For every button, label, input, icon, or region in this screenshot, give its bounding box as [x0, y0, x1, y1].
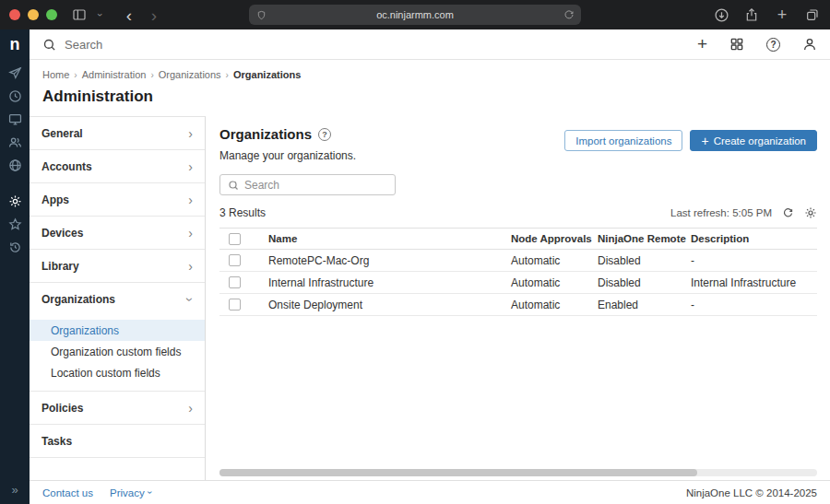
cell-remote: Disabled — [598, 254, 691, 267]
apps-grid-icon[interactable] — [729, 37, 744, 52]
create-organization-label: Create organization — [714, 135, 806, 147]
nav-item-policies[interactable]: Policies › — [30, 392, 205, 425]
new-tab-plus-icon[interactable]: + — [774, 6, 790, 23]
nav-item-label: Devices — [42, 227, 83, 240]
row-checkbox[interactable] — [229, 254, 241, 266]
nav-item-general[interactable]: General › — [30, 117, 205, 150]
table-settings-gear-icon[interactable] — [804, 206, 817, 219]
chevron-right-icon: › — [188, 193, 193, 207]
subnav-item-organizations[interactable]: Organizations — [30, 320, 205, 341]
global-search[interactable]: Search — [42, 38, 102, 52]
contact-us-link[interactable]: Contact us — [42, 487, 93, 498]
scrollbar-thumb[interactable] — [219, 469, 697, 476]
app-icon-rail: n » — [0, 29, 30, 504]
sidebar-toggle-icon[interactable] — [71, 6, 88, 23]
nav-item-devices[interactable]: Devices › — [30, 217, 205, 250]
subnav-item-location-custom-fields[interactable]: Location custom fields — [30, 362, 205, 383]
tab-group-chevron-icon[interactable]: › — [92, 10, 109, 19]
remote-globe-icon[interactable] — [5, 158, 25, 173]
table-row[interactable]: Internal Infrastructure Automatic Disabl… — [219, 272, 817, 294]
column-header-description[interactable]: Description — [691, 233, 817, 244]
header-actions: + ? — [697, 34, 817, 54]
nav-item-label: Tasks — [42, 435, 72, 448]
column-header-ninjaone-remote[interactable]: NinjaOne Remote — [598, 233, 691, 244]
nav-item-tasks[interactable]: Tasks — [30, 425, 205, 458]
column-header-name[interactable]: Name — [268, 233, 511, 244]
ninjaone-logo[interactable]: n — [0, 29, 30, 60]
breadcrumb: Home › Administration › Organizations › … — [42, 69, 817, 80]
main-subtitle: Manage your organizations. — [219, 149, 356, 162]
devices-monitor-icon[interactable] — [5, 111, 25, 127]
cell-name[interactable]: Internal Infrastructure — [268, 276, 511, 289]
expand-rail-icon[interactable]: » — [11, 483, 18, 497]
window-controls — [9, 9, 57, 20]
cell-name[interactable]: Onsite Deployment — [268, 299, 511, 311]
nav-item-label: Policies — [42, 402, 83, 415]
refresh-icon[interactable] — [782, 207, 794, 219]
chevron-right-icon: › — [188, 259, 193, 274]
administration-gear-icon[interactable] — [5, 193, 25, 209]
reload-icon[interactable] — [563, 9, 575, 20]
subnav-item-organization-custom-fields[interactable]: Organization custom fields — [30, 341, 205, 362]
table-search-input[interactable] — [244, 179, 387, 192]
main-title: Organizations — [219, 126, 312, 142]
chevron-right-icon: › — [188, 401, 193, 416]
privacy-link[interactable]: Privacy › — [110, 487, 151, 498]
nav-item-label: Organizations — [42, 293, 115, 306]
row-checkbox[interactable] — [229, 276, 241, 288]
breadcrumb-organizations[interactable]: Organizations — [159, 69, 221, 80]
results-row: 3 Results Last refresh: 5:05 PM — [219, 206, 817, 219]
table-header-row: Name Node Approvals NinjaOne Remote Desc… — [219, 228, 817, 250]
organizations-submenu: Organizations Organization custom fields… — [30, 316, 205, 392]
nav-item-apps[interactable]: Apps › — [30, 183, 205, 217]
nav-item-library[interactable]: Library › — [30, 250, 205, 283]
horizontal-scrollbar[interactable] — [219, 469, 817, 476]
breadcrumb-administration[interactable]: Administration — [82, 69, 147, 80]
quick-add-icon[interactable]: + — [697, 34, 707, 54]
main-content: Organizations ? Manage your organization… — [207, 116, 830, 480]
table-row[interactable]: Onsite Deployment Automatic Enabled - — [219, 294, 817, 316]
address-bar[interactable]: oc.ninjarmm.com — [249, 5, 581, 25]
import-organizations-button[interactable]: Import organizations — [564, 130, 682, 151]
plus-icon: + — [701, 135, 708, 147]
close-window-button[interactable] — [9, 9, 20, 20]
recent-history-icon[interactable] — [5, 240, 25, 255]
nav-item-accounts[interactable]: Accounts › — [30, 150, 205, 183]
url-text: oc.ninjarmm.com — [376, 9, 454, 20]
browser-titlebar: › ‹ › oc.ninjarmm.com + — [0, 0, 830, 29]
getting-started-icon[interactable] — [5, 65, 25, 81]
cell-name[interactable]: RemotePC-Mac-Org — [268, 254, 511, 267]
cell-node-approvals: Automatic — [511, 276, 598, 289]
help-icon[interactable]: ? — [766, 38, 780, 52]
cell-remote: Enabled — [598, 299, 691, 311]
fullscreen-window-button[interactable] — [46, 9, 57, 20]
back-button[interactable]: ‹ — [121, 6, 137, 23]
breadcrumb-separator-icon: › — [150, 70, 153, 80]
breadcrumb-home[interactable]: Home — [42, 69, 69, 80]
minimize-window-button[interactable] — [28, 9, 39, 20]
app-header: Search + ? — [30, 29, 830, 60]
table-row[interactable]: RemotePC-Mac-Org Automatic Disabled - — [219, 250, 817, 272]
global-search-label: Search — [65, 38, 102, 52]
info-icon[interactable]: ? — [318, 128, 331, 141]
share-icon[interactable] — [743, 6, 760, 23]
privacy-label: Privacy — [110, 487, 145, 498]
cell-description: - — [691, 299, 817, 311]
browser-toolbar-right: + — [713, 6, 821, 23]
table-search-box[interactable] — [219, 174, 396, 195]
end-users-icon[interactable] — [5, 135, 25, 150]
privacy-shield-icon[interactable] — [256, 10, 267, 20]
select-all-checkbox[interactable] — [229, 233, 241, 245]
user-profile-icon[interactable] — [802, 37, 817, 52]
cell-node-approvals: Automatic — [511, 299, 598, 311]
column-header-node-approvals[interactable]: Node Approvals — [511, 233, 598, 244]
downloads-icon[interactable] — [713, 6, 729, 23]
create-organization-button[interactable]: + Create organization — [690, 130, 817, 151]
cell-node-approvals: Automatic — [511, 254, 598, 267]
favorites-star-icon[interactable] — [5, 217, 25, 232]
row-checkbox[interactable] — [229, 299, 241, 311]
forward-button[interactable]: › — [146, 6, 162, 23]
tab-overview-icon[interactable] — [804, 6, 821, 23]
nav-item-organizations[interactable]: Organizations › — [30, 283, 205, 316]
activities-clock-icon[interactable] — [5, 88, 25, 104]
